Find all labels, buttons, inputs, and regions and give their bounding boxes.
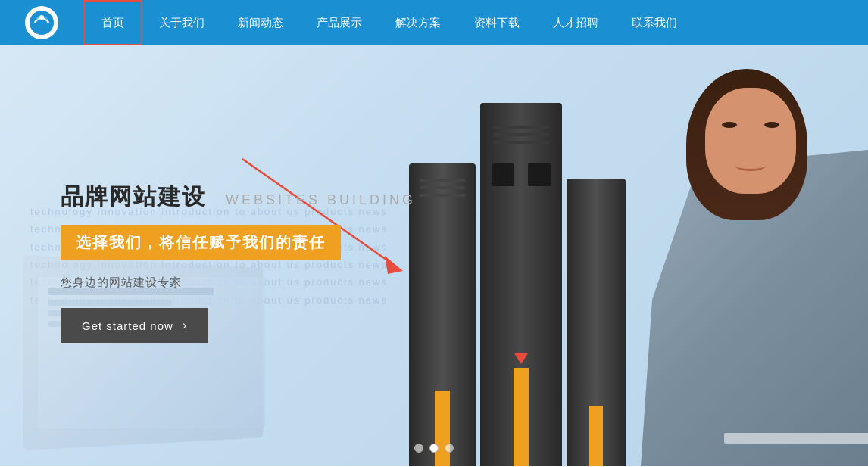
- logo-circle: [25, 6, 58, 39]
- logo-icon: [29, 10, 55, 36]
- orange-bar-3: [589, 406, 603, 466]
- server-tower-2: [480, 103, 562, 466]
- hero-content: 品牌网站建设 WEBSITES BUILDING 选择我们，将信任赋予我们的责任…: [61, 182, 416, 343]
- cta-arrow-icon: ›: [183, 319, 187, 332]
- cta-label: Get started now: [82, 319, 173, 332]
- server-tower-1: [409, 163, 476, 466]
- nav-item-contact[interactable]: 联系我们: [615, 0, 694, 45]
- logo: [8, 4, 76, 42]
- nav-item-news[interactable]: 新闻动态: [221, 0, 300, 45]
- hero-title-chinese: 品牌网站建设: [61, 182, 206, 213]
- carousel-dot-3[interactable]: [445, 444, 454, 453]
- nav-item-solutions[interactable]: 解决方案: [379, 0, 457, 45]
- woman-figure: [641, 58, 868, 466]
- server-tower-3: [567, 179, 626, 466]
- nav-item-recruitment[interactable]: 人才招聘: [536, 0, 615, 45]
- orange-bar-1: [435, 391, 450, 466]
- nav-item-products[interactable]: 产品展示: [300, 0, 379, 45]
- server-tower-group: [409, 103, 626, 466]
- woman-face: [705, 88, 796, 194]
- desk-surface: [724, 433, 868, 444]
- orange-bar-2: [514, 368, 529, 466]
- main-nav: 首页 关于我们 新闻动态 产品展示 解决方案 资料下载 人才招聘 联系我们: [83, 0, 694, 45]
- carousel-dot-2[interactable]: [429, 444, 439, 453]
- hero-subtitle: 您身边的网站建设专家: [61, 276, 416, 290]
- hero-banner: technology innovation introduction to ab…: [0, 45, 868, 466]
- cta-button[interactable]: Get started now ›: [61, 308, 208, 343]
- svg-point-0: [30, 11, 54, 35]
- hero-title-row: 品牌网站建设 WEBSITES BUILDING: [61, 182, 416, 213]
- nav-item-about[interactable]: 关于我们: [142, 0, 221, 45]
- navigation-bar: 首页 关于我们 新闻动态 产品展示 解决方案 资料下载 人才招聘 联系我们: [0, 0, 868, 45]
- triangle-indicator: [514, 353, 528, 364]
- nav-item-home[interactable]: 首页: [83, 0, 142, 45]
- carousel-dot-1[interactable]: [414, 444, 423, 453]
- svg-point-1: [39, 15, 44, 20]
- carousel-dots: [414, 444, 454, 453]
- hero-highlight-text: 选择我们，将信任赋予我们的责任: [61, 225, 341, 260]
- hero-title-english: WEBSITES BUILDING: [226, 192, 416, 208]
- nav-item-downloads[interactable]: 资料下载: [457, 0, 536, 45]
